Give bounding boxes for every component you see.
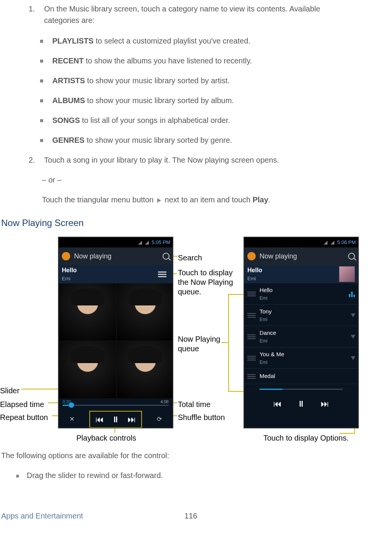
song-artist: Emi: [62, 275, 158, 283]
callout-slider: Slider: [0, 385, 19, 396]
wifi-icon: ◢: [324, 237, 327, 247]
bullet-icon: [16, 475, 19, 478]
options-intro: The following options are available for …: [0, 450, 392, 461]
repeat-icon[interactable]: ⟳: [157, 415, 162, 424]
callout-options: Touch to display Options.: [263, 432, 348, 444]
next-icon[interactable]: ⏭: [127, 413, 136, 426]
queue-row[interactable]: HelloEmi: [244, 283, 358, 305]
equalizer-icon: [349, 291, 355, 297]
callout-queue-list: Now Playing queue: [178, 334, 235, 354]
section-heading-now-playing: Now Playing Screen: [1, 216, 392, 230]
drag-handle-icon[interactable]: [247, 312, 256, 319]
title-bar: Now playing: [59, 247, 173, 265]
slider-knob[interactable]: [69, 402, 74, 408]
search-icon[interactable]: [163, 253, 169, 260]
footer-section: Apps and Entertainment: [1, 510, 83, 522]
callout-playback: Playback controls: [76, 432, 136, 444]
step-2-number: 2.: [29, 154, 42, 166]
prev-icon[interactable]: ⏮: [95, 413, 104, 426]
album-art-grid: [59, 283, 173, 399]
status-time: 5:06 PM: [337, 239, 356, 245]
title-text: Now playing: [260, 247, 297, 265]
next-icon[interactable]: ⏭: [321, 397, 329, 410]
category-songs: SONGS to list all of your songs in alpha…: [40, 115, 392, 126]
total-time: 4:08: [161, 399, 169, 405]
pause-icon[interactable]: ⏸: [111, 413, 120, 426]
page-footer: Apps and Entertainment 116: [1, 510, 381, 522]
callout-total: Total time: [178, 399, 211, 410]
song-title: Hello: [62, 266, 158, 275]
status-bar: ◢ ◢ 5:06 PM: [244, 237, 358, 247]
queue-button-icon[interactable]: [158, 270, 166, 278]
bullet-icon: [40, 119, 43, 122]
drag-handle-icon[interactable]: [247, 355, 256, 362]
signal-icon: ◢: [145, 237, 149, 247]
progress-bar[interactable]: 0:20 4:08: [59, 399, 173, 410]
options-triangle-icon[interactable]: [351, 356, 355, 360]
callout-elapsed: Elapsed time: [0, 399, 44, 410]
queue-row[interactable]: TonyEmi: [244, 305, 358, 326]
drag-handle-icon[interactable]: [247, 373, 256, 380]
screenshot-now-playing: ◢ ◢ 5:05 PM Now playing Hello Emi: [58, 237, 173, 428]
album-thumbnail[interactable]: [339, 266, 355, 282]
options-triangle-icon[interactable]: [351, 335, 355, 339]
callout-repeat: Repeat button: [0, 412, 48, 423]
status-bar: ◢ ◢ 5:05 PM: [59, 237, 173, 247]
step-1-text: On the Music library screen, touch a cat…: [44, 3, 357, 26]
search-icon[interactable]: [348, 253, 355, 260]
category-playlists: PLAYLISTS to select a customized playlis…: [40, 35, 392, 47]
figure-now-playing: Slider Elapsed time Repeat button Search…: [0, 237, 392, 443]
bullet-icon: [40, 60, 43, 63]
wifi-icon: ◢: [138, 237, 142, 247]
bullet-icon: [40, 139, 43, 142]
category-artists: ARTISTS to show your music library sorte…: [40, 75, 392, 86]
music-app-icon: [62, 252, 70, 260]
queue-row[interactable]: Medal: [244, 369, 358, 384]
callout-queue-button: Touch to display the Now Playing queue.: [178, 268, 243, 297]
drag-handle-icon[interactable]: [247, 333, 256, 340]
bullet-icon: [40, 99, 43, 102]
triangle-menu-icon: [157, 198, 161, 203]
bullet-icon: [40, 79, 43, 82]
progress-bar-small[interactable]: [244, 386, 358, 392]
or-divider: – or –: [42, 174, 392, 186]
music-app-icon: [247, 252, 256, 260]
shuffle-icon[interactable]: ✕: [69, 415, 74, 424]
callout-search: Search: [178, 252, 202, 263]
step-2-alt: Touch the triangular menu button next to…: [42, 194, 392, 205]
title-bar: Now playing: [244, 247, 358, 265]
bullet-icon: [40, 40, 43, 43]
option-slider-drag: Drag the slider to rewind or fast-forwar…: [16, 470, 392, 481]
now-playing-queue: HelloEmi TonyEmi DanceEmi You & MeEmi: [244, 283, 358, 384]
status-time: 5:05 PM: [152, 239, 170, 245]
queue-row[interactable]: DanceEmi: [244, 326, 358, 347]
step-1-number: 1.: [29, 3, 42, 15]
footer-page-number: 116: [184, 510, 197, 522]
song-info-bar: Hello Emi: [244, 265, 358, 283]
title-text: Now playing: [74, 247, 111, 265]
prev-icon[interactable]: ⏮: [273, 397, 282, 410]
category-recent: RECENT to show the albums you have liste…: [40, 55, 392, 66]
playback-controls: ✕ ⏮ ⏸ ⏭ ⟳: [59, 410, 173, 428]
category-genres: GENRES to show your music library sorted…: [40, 134, 392, 146]
pause-icon[interactable]: ⏸: [297, 397, 305, 410]
step-2-text: Touch a song in your library to play it.…: [44, 154, 357, 166]
drag-handle-icon[interactable]: [247, 291, 256, 297]
screenshot-queue: ◢ ◢ 5:06 PM Now playing Hello Emi: [244, 237, 359, 428]
queue-row[interactable]: You & MeEmi: [244, 347, 358, 369]
playback-controls: ⏮ ⏸ ⏭: [244, 392, 358, 415]
category-albums: ALBUMS to show your music library sorted…: [40, 95, 392, 106]
song-title: Hello: [247, 266, 339, 275]
signal-icon: ◢: [331, 237, 334, 247]
callout-shuffle: Shuffle button: [178, 412, 225, 423]
options-triangle-icon[interactable]: [351, 313, 355, 317]
song-info-bar: Hello Emi: [59, 265, 173, 283]
song-artist: Emi: [247, 275, 339, 283]
